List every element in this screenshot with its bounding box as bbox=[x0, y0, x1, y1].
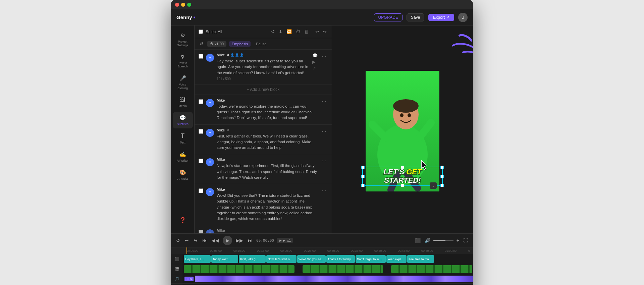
video-clip-2[interactable] bbox=[303, 265, 383, 273]
export-button[interactable]: Export ↗ bbox=[428, 14, 454, 21]
timeline[interactable]: 00:00:00 00:05:00 00:10:00 00:15:00 00:2… bbox=[171, 247, 473, 285]
avatar[interactable]: U bbox=[458, 13, 468, 22]
close-dot[interactable] bbox=[175, 3, 179, 7]
caption-button[interactable]: ⬛ bbox=[414, 237, 422, 244]
download-icon[interactable]: ⬇ bbox=[278, 28, 283, 35]
ruler-mark-2: 00:10:00 bbox=[233, 249, 256, 252]
volume-slider[interactable] bbox=[433, 240, 453, 241]
block-1-share-icon[interactable]: ↗ bbox=[312, 66, 318, 71]
clip-thats-it[interactable]: That's it for today... bbox=[326, 255, 355, 263]
handle-bottom-right[interactable] bbox=[440, 184, 444, 187]
speed-refresh-icon[interactable]: ↺ bbox=[199, 40, 204, 47]
block-6-more-menu[interactable]: ⋯ bbox=[320, 229, 328, 233]
handle-top-right[interactable] bbox=[440, 166, 444, 169]
sidebar-item-media[interactable]: 🖼 Media bbox=[173, 94, 193, 111]
block-1-play-icon[interactable]: ▶ bbox=[312, 59, 318, 64]
video-track-content[interactable] bbox=[183, 264, 473, 274]
loop-control-button[interactable]: ↺ bbox=[175, 237, 181, 244]
speed-icon: ⏱ bbox=[210, 42, 213, 46]
mic-icon: 🎙 bbox=[180, 54, 185, 60]
video-clip-1[interactable] bbox=[184, 265, 294, 273]
select-all-checkbox[interactable] bbox=[199, 30, 203, 34]
clip-today[interactable]: Today, we'r... bbox=[211, 255, 238, 263]
block-1-speaker-icon3: 👤 bbox=[235, 53, 239, 57]
refresh-icon[interactable]: ↺ bbox=[270, 28, 276, 35]
block-1-speaker-icon2: 👤 bbox=[230, 53, 234, 57]
block-5-checkbox[interactable] bbox=[199, 188, 203, 193]
clock-icon[interactable]: ⏱ bbox=[295, 28, 301, 35]
volume-button[interactable]: 🔊 bbox=[424, 237, 431, 244]
play-button[interactable]: ▶ bbox=[223, 236, 232, 245]
sidebar-item-project-settings[interactable]: ⚙ Project Settings bbox=[173, 30, 193, 50]
undo-control-button[interactable]: ↩ bbox=[184, 237, 190, 244]
save-button[interactable]: Save bbox=[407, 13, 424, 21]
text-icon: T bbox=[181, 132, 184, 139]
block-1-checkbox[interactable] bbox=[199, 54, 203, 59]
handle-middle-right[interactable] bbox=[440, 175, 444, 178]
speed-tag[interactable]: ⏱ x1.00 bbox=[207, 41, 226, 47]
block-2-avatar: M bbox=[206, 99, 214, 107]
fast-forward-right-button[interactable]: ▶▶ bbox=[235, 237, 244, 244]
handle-top-left[interactable] bbox=[361, 166, 365, 169]
playhead[interactable] bbox=[186, 247, 187, 254]
block-5-text[interactable]: Wow! Did you see that? The mixture start… bbox=[217, 193, 318, 222]
block-3-checkbox[interactable] bbox=[199, 129, 203, 134]
clip-wow[interactable]: Wow! Did you se... bbox=[297, 255, 326, 263]
pause-tag[interactable]: Pause bbox=[253, 41, 269, 47]
block-6-checkbox[interactable] bbox=[199, 230, 203, 233]
fullscreen-button[interactable]: ⛶ bbox=[462, 237, 469, 244]
sidebar-item-ai-writer[interactable]: ✍ AI Writer bbox=[173, 149, 193, 165]
music-track-content[interactable] bbox=[183, 284, 473, 285]
block-1-chat-icon[interactable]: 💬 bbox=[312, 53, 318, 58]
maximize-dot[interactable] bbox=[187, 3, 191, 7]
block-1-more-menu[interactable]: ⋯ bbox=[320, 53, 328, 60]
block-5-more-menu[interactable]: ⋯ bbox=[320, 187, 328, 194]
skip-to-end-button[interactable]: ⏭ bbox=[247, 237, 254, 244]
clip-feel-free[interactable]: Feel free to ma... bbox=[407, 255, 434, 263]
block-3-more-menu[interactable]: ⋯ bbox=[320, 128, 328, 135]
ruler-mark-11: 01:00:00 bbox=[444, 249, 468, 252]
clip-dont-forget[interactable]: Don't forget to lik... bbox=[356, 255, 386, 263]
block-4-checkbox[interactable] bbox=[199, 159, 203, 163]
block-1-text[interactable]: Hey there, super scientists! It's great … bbox=[217, 58, 310, 76]
subtitle-track-content[interactable]: Hey there, s... Today, we'r... First, le… bbox=[183, 254, 473, 264]
skip-to-start-button[interactable]: ⏮ bbox=[201, 237, 208, 244]
tts-track-content[interactable]: TTS bbox=[183, 274, 473, 283]
video-clip-3[interactable] bbox=[391, 265, 472, 273]
sidebar-item-help[interactable]: ❓ bbox=[173, 214, 193, 226]
add-block-button[interactable]: + Add a new block bbox=[195, 84, 332, 95]
text-overlay[interactable]: LET'S GET STARTED! bbox=[366, 168, 439, 185]
script-block-4: M Mike Now, let's start our experiment! … bbox=[195, 154, 332, 184]
minimize-dot[interactable] bbox=[181, 3, 185, 7]
block-2-more-menu[interactable]: ⋯ bbox=[320, 98, 328, 105]
trash-icon[interactable]: 🗑 bbox=[303, 28, 310, 35]
fast-forward-button[interactable]: ◀◀ bbox=[211, 237, 220, 244]
sidebar-item-voice-cloning[interactable]: 🎤 Voice Cloning bbox=[173, 72, 193, 93]
handle-middle-left[interactable] bbox=[361, 175, 365, 178]
undo-icon[interactable]: ↩ bbox=[314, 28, 320, 35]
zoom-in-button[interactable]: + bbox=[455, 237, 460, 244]
expand-preview-button[interactable]: ⌄ bbox=[430, 182, 437, 189]
block-4-text[interactable]: Now, let's start our experiment! First, … bbox=[217, 163, 318, 180]
speed-control-button[interactable]: ►► x1 bbox=[277, 238, 293, 243]
clip-hey-there[interactable]: Hey there, s... bbox=[184, 255, 211, 263]
emphasis-tag[interactable]: Emphasis bbox=[229, 41, 251, 47]
block-2-text[interactable]: Today, we're going to explore the magic … bbox=[217, 104, 318, 121]
upgrade-button[interactable]: UPGRADE bbox=[374, 13, 402, 21]
sidebar-item-subtitles[interactable]: 💬 Subtitles bbox=[173, 112, 193, 129]
sidebar-label-project-settings: Project Settings bbox=[177, 40, 188, 47]
handle-bottom-left[interactable] bbox=[361, 184, 365, 187]
title-bar bbox=[171, 0, 473, 9]
redo-icon[interactable]: ↪ bbox=[322, 28, 328, 35]
sidebar-item-text-to-speech[interactable]: 🎙 Text to Speech bbox=[173, 51, 193, 71]
block-3-text[interactable]: First, let's gather our tools. We will n… bbox=[217, 133, 318, 151]
loop-icon[interactable]: 🔁 bbox=[285, 28, 293, 35]
redo-control-button[interactable]: ↪ bbox=[193, 237, 199, 244]
block-2-checkbox[interactable] bbox=[199, 99, 203, 104]
sidebar-item-text[interactable]: T Text bbox=[173, 130, 193, 147]
clip-keep-expl[interactable]: keep expl... bbox=[386, 255, 407, 263]
clip-first[interactable]: First, let's g... bbox=[239, 255, 266, 263]
block-4-more-menu[interactable]: ⋯ bbox=[320, 158, 328, 164]
sidebar-item-ai-artist[interactable]: 🎨 AI Artist bbox=[173, 167, 193, 183]
clip-now[interactable]: Now, let's start o... bbox=[266, 255, 297, 263]
